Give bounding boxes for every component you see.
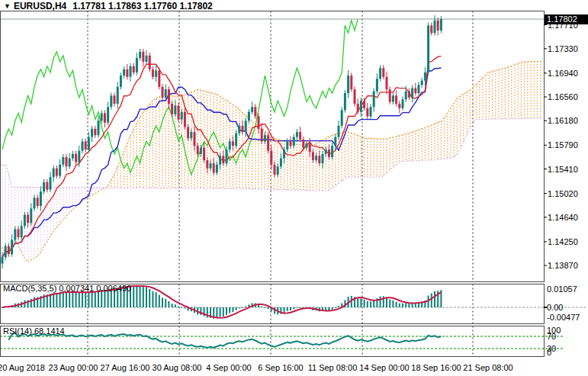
price-axis-label: 1.14250 [548, 237, 578, 246]
current-price-tag: 1.17802 [545, 14, 588, 24]
price-axis-label: 1.15020 [548, 189, 578, 198]
price-axis-label: 1.15790 [548, 140, 578, 149]
time-axis-label: 21 Sep 08:00 [463, 363, 512, 372]
price-axis-label: 1.14640 [548, 213, 578, 222]
chart-window: ▼EURUSD,H41.17781 1.17863 1.17760 1.1780… [0, 0, 588, 376]
macd-axis-label: -0.00477 [547, 313, 580, 322]
time-axis-label: 11 Sep 08:00 [308, 363, 358, 372]
time-axis-label: 4 Sep 00:00 [206, 363, 251, 372]
time-axis-label: 27 Aug 16:00 [101, 363, 150, 372]
chart-title: ▼EURUSD,H41.17781 1.17863 1.17760 1.1780… [4, 1, 213, 11]
tenkan-sen-line [2, 56, 441, 258]
ohlc-values: 1.17781 1.17863 1.17760 1.17802 [72, 1, 213, 11]
time-axis-label: 14 Sep 00:00 [359, 363, 409, 372]
time-axis-label: 20 Aug 2018 [0, 363, 45, 372]
price-axis-label: 1.15410 [548, 165, 578, 174]
price-axis-label: 1.17330 [548, 44, 578, 53]
price-axis-label: 1.13870 [548, 261, 578, 270]
symbol-dropdown-icon[interactable]: ▼ [4, 2, 11, 10]
candles-layer [2, 15, 442, 268]
time-axis-label: 30 Aug 08:00 [153, 363, 202, 372]
rsi-indicator-label: RSI(14) 68.1414 [3, 326, 65, 336]
symbol-period-label[interactable]: EURUSD,H4 [14, 1, 66, 11]
price-axis-label: 1.16180 [548, 116, 578, 125]
macd-axis-label: 0.00 [547, 303, 563, 312]
price-axis-label: 1.16560 [548, 92, 578, 101]
rsi-value: 68.1414 [34, 326, 65, 336]
time-axis-label: 18 Sep 16:00 [411, 363, 461, 372]
rsi-axis-label: 70 [547, 332, 556, 341]
time-axis-label: 23 Aug 00:00 [49, 363, 98, 372]
macd-name: MACD(5,35,5) [3, 284, 56, 293]
macd-signal-value: 0.006490 [96, 284, 131, 293]
time-axis-label: 6 Sep 16:00 [258, 363, 303, 372]
macd-indicator-label: MACD(5,35,5) 0.007341 0.006490 [3, 284, 131, 293]
rsi-line [8, 333, 441, 348]
chart-canvas[interactable] [0, 0, 588, 376]
rsi-name: RSI(14) [3, 326, 32, 336]
macd-value: 0.007341 [59, 284, 94, 293]
price-axis-label: 1.16940 [548, 69, 578, 78]
rsi-axis-label: 0 [547, 348, 551, 357]
macd-axis-label: 0.01057 [547, 284, 577, 294]
